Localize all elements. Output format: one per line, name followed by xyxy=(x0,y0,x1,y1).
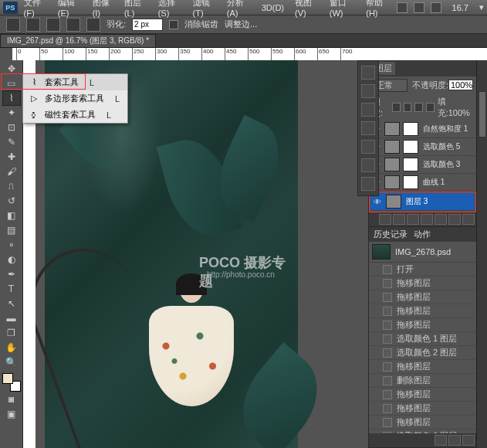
screenmode-tool[interactable]: ▣ xyxy=(3,407,20,421)
menu-select[interactable]: 选择(S) xyxy=(154,0,187,19)
visibility-icon[interactable]: 👁 xyxy=(372,196,383,207)
quickmask-tool[interactable]: ◙ xyxy=(3,392,20,406)
new-layer-icon[interactable] xyxy=(448,214,461,225)
menu-file[interactable]: 文件(F) xyxy=(19,0,52,19)
adj-icon[interactable] xyxy=(421,214,433,225)
panel-icon[interactable] xyxy=(361,66,375,80)
eyedropper-tool[interactable]: ✎ xyxy=(3,135,20,149)
menu-help[interactable]: 帮助(H) xyxy=(361,0,394,19)
brush-tool[interactable]: 🖌 xyxy=(3,165,20,178)
gradient-tool[interactable]: ▤ xyxy=(3,223,20,237)
panel-icon[interactable] xyxy=(361,121,375,135)
layer-row[interactable]: 👁图层 3 xyxy=(370,193,475,211)
history-brush-tool[interactable]: ↺ xyxy=(3,194,20,208)
lock-pixel-icon[interactable] xyxy=(404,103,412,112)
menu-edit[interactable]: 编辑(E) xyxy=(53,0,86,19)
refine-edge-button[interactable]: 调整边... xyxy=(225,19,257,30)
panel-icon[interactable] xyxy=(361,177,375,191)
flyout-mag-lasso[interactable]: ⧲ 磁性套索工具 L xyxy=(23,107,127,123)
group-icon[interactable] xyxy=(435,214,447,225)
layer-row[interactable]: 👁选取颜色 3 xyxy=(369,156,476,174)
flyout-label: 多边形套索工具 xyxy=(45,93,104,104)
dodge-tool[interactable]: ◐ xyxy=(3,253,20,266)
hist-trash-icon[interactable] xyxy=(462,435,475,446)
shape-tool[interactable]: ▬ xyxy=(3,311,20,325)
crop-tool[interactable]: ⊡ xyxy=(3,120,20,134)
mb-icon-2[interactable] xyxy=(414,2,424,13)
history-step-label: 选取颜色 2 图层 xyxy=(397,347,457,358)
history-item[interactable]: 拖移图层 xyxy=(369,402,476,416)
actions-tab[interactable]: 动作 xyxy=(414,229,431,240)
hist-new-doc-icon[interactable] xyxy=(435,435,447,446)
ruler-horizontal[interactable]: 0 50 100 150 200 250 300 350 400 450 500… xyxy=(12,48,487,60)
panel-icon[interactable] xyxy=(361,140,375,154)
document-tab[interactable]: IMG_267.psd @ 16.7% (图层 3, RGB/8) * xyxy=(0,34,156,47)
fx-icon[interactable] xyxy=(393,214,405,225)
tool-preset-icon[interactable] xyxy=(6,18,20,32)
layer-row[interactable]: 👁选取颜色 5 xyxy=(369,138,476,156)
menu-3d[interactable]: 3D(D) xyxy=(257,2,289,14)
history-item[interactable]: 拖移图层 xyxy=(369,290,476,304)
layer-row[interactable]: 👁自然饱和度 1 xyxy=(369,120,476,138)
stamp-tool[interactable]: ⎍ xyxy=(3,179,20,193)
move-tool[interactable]: ✥ xyxy=(3,62,20,76)
eraser-tool[interactable]: ◧ xyxy=(3,209,20,222)
history-item[interactable]: 删除图层 xyxy=(369,374,476,388)
history-item[interactable]: 拖移图层 xyxy=(369,388,476,402)
feather-input[interactable] xyxy=(132,19,163,31)
trash-icon[interactable] xyxy=(462,214,475,225)
sel-int-icon[interactable] xyxy=(86,18,100,32)
lock-all-icon[interactable] xyxy=(426,103,435,112)
menu-window[interactable]: 窗口(W) xyxy=(325,0,360,19)
color-swatch[interactable] xyxy=(2,373,21,392)
menu-filter[interactable]: 滤镜(T) xyxy=(188,0,221,19)
history-item[interactable]: 选取颜色 2 图层 xyxy=(369,346,476,360)
layer-row[interactable]: 👁曲线 1 xyxy=(369,174,476,192)
mb-icon-1[interactable] xyxy=(397,2,408,13)
scrollbar-vertical[interactable] xyxy=(476,60,487,448)
menu-analysis[interactable]: 分析(A) xyxy=(222,0,255,19)
menu-view[interactable]: 视图(V) xyxy=(290,0,323,19)
lock-trans-icon[interactable] xyxy=(392,103,401,112)
marquee-tool[interactable]: ▭ xyxy=(3,76,20,90)
sel-sub-icon[interactable] xyxy=(66,18,80,32)
zoom-value[interactable]: 16.7 xyxy=(448,2,473,14)
menu-image[interactable]: 图像(I) xyxy=(88,0,118,19)
history-snapshot[interactable]: IMG_2678.psd xyxy=(369,242,476,263)
history-item[interactable]: 拖移图层 xyxy=(369,360,476,374)
hist-snapshot-icon[interactable] xyxy=(448,435,461,446)
lock-pos-icon[interactable] xyxy=(414,103,423,112)
type-tool[interactable]: T xyxy=(3,282,20,296)
3d-tool[interactable]: ❒ xyxy=(3,326,20,340)
fill-input[interactable]: 100% xyxy=(448,108,470,117)
wand-tool[interactable]: ✦ xyxy=(3,106,20,120)
hand-tool[interactable]: ✋ xyxy=(3,341,20,355)
lasso-tool[interactable]: ⌇ xyxy=(3,91,20,105)
history-item[interactable]: 拖移图层 xyxy=(369,416,476,429)
history-item[interactable]: 拖移图层 xyxy=(369,277,476,290)
panel-icon[interactable] xyxy=(361,84,375,98)
path-tool[interactable]: ↖ xyxy=(3,297,20,311)
panel-icon[interactable] xyxy=(361,103,375,117)
sel-new-icon[interactable] xyxy=(26,18,40,32)
menu-layer[interactable]: 图层(L) xyxy=(120,0,152,19)
history-tab[interactable]: 历史记录 xyxy=(374,229,408,240)
mask-icon[interactable] xyxy=(407,214,419,225)
history-item[interactable]: 拖移图层 xyxy=(369,304,476,318)
sel-add-icon[interactable] xyxy=(46,18,60,32)
antialias-check[interactable] xyxy=(169,20,178,29)
history-item[interactable]: 打开 xyxy=(369,263,476,277)
mb-icon-3[interactable] xyxy=(431,2,441,13)
flyout-lasso[interactable]: ⌇ 套索工具 L xyxy=(23,74,127,90)
flyout-poly-lasso[interactable]: ▷ 多边形套索工具 L xyxy=(23,90,127,107)
layers-footer xyxy=(369,212,476,226)
pen-tool[interactable]: ✒ xyxy=(3,267,20,281)
link-icon[interactable] xyxy=(379,214,391,225)
opacity-input[interactable]: 100% xyxy=(448,80,473,90)
history-item[interactable]: 选取颜色 1 图层 xyxy=(369,332,476,346)
history-item[interactable]: 拖移图层 xyxy=(369,318,476,332)
heal-tool[interactable]: ✚ xyxy=(3,150,20,164)
zoom-tool[interactable]: 🔍 xyxy=(3,355,20,369)
blur-tool[interactable]: ∘ xyxy=(3,238,20,252)
panel-icon[interactable] xyxy=(361,158,375,172)
